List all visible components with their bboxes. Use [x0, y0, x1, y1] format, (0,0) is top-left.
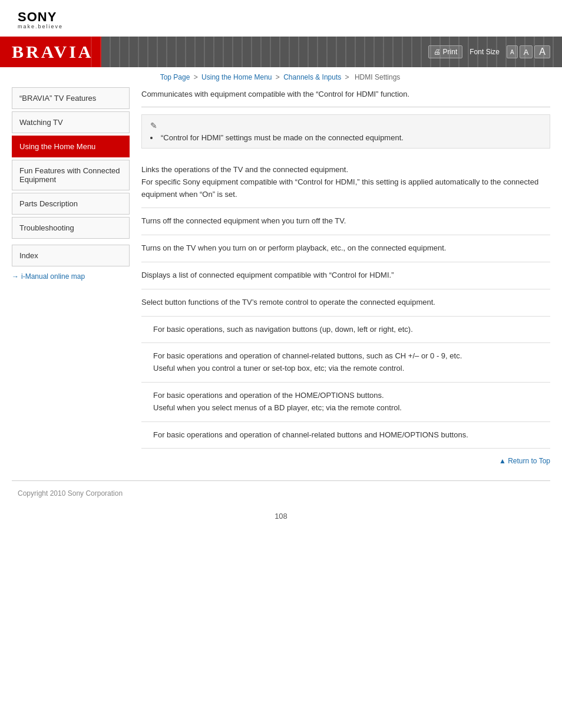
note-text: “Control for HDMI” settings must be made…: [150, 133, 541, 142]
content-row-tuner-mode: For basic operations and operation of ch…: [141, 343, 550, 383]
sony-logo: SONY: [18, 11, 544, 24]
sony-header: SONY make.believe: [0, 0, 562, 37]
sidebar-item-troubleshooting[interactable]: Troubleshooting: [12, 217, 130, 239]
font-size-label: Font Size: [470, 48, 500, 56]
sidebar-item-parts-description[interactable]: Parts Description: [12, 193, 130, 215]
breadcrumb-using-home-menu[interactable]: Using the Home Menu: [201, 73, 272, 81]
online-map-label: i-Manual online map: [21, 272, 85, 281]
content-row-device-control-link: Links the operations of the TV and the c…: [141, 157, 550, 208]
bravia-banner: BRAVIA 🖨 Print Font Size A A A: [0, 37, 562, 67]
content-row-remote-control: Select button functions of the TV’s remo…: [141, 289, 550, 317]
sony-tagline: make.believe: [18, 24, 544, 29]
breadcrumb: Top Page > Using the Home Menu > Channel…: [0, 67, 562, 87]
font-medium-button[interactable]: A: [520, 45, 533, 58]
print-button[interactable]: 🖨 Print: [428, 45, 463, 58]
return-to-top: ▲ Return to Top: [141, 449, 550, 469]
content-row-device-list: Displays a list of connected equipment c…: [141, 262, 550, 289]
font-size-buttons: A A A: [507, 45, 550, 58]
breadcrumb-channels-inputs[interactable]: Channels & Inputs: [283, 73, 341, 81]
main-layout: “BRAVIA” TV Features Watching TV Using t…: [0, 87, 562, 480]
page-number: 108: [0, 506, 562, 526]
content-row-auto-on: Turns on the TV when you turn on or perf…: [141, 235, 550, 262]
sidebar-online-map-link[interactable]: → i-Manual online map: [12, 272, 130, 281]
breadcrumb-current: HDMI Settings: [355, 73, 400, 81]
sidebar-item-using-home-menu[interactable]: Using the Home Menu: [12, 136, 130, 157]
arrow-icon: →: [12, 272, 19, 281]
main-content: Communicates with equipment compatible w…: [141, 87, 550, 469]
breadcrumb-sep1: >: [194, 73, 198, 81]
copyright-text: Copyright 2010 Sony Corporation: [18, 489, 123, 498]
sidebar-item-watching-tv[interactable]: Watching TV: [12, 111, 130, 133]
content-row-recorder-mode: For basic operations and operation of ch…: [141, 422, 550, 449]
print-label: Print: [443, 48, 458, 56]
font-large-button[interactable]: A: [534, 45, 550, 58]
note-box: ✎ “Control for HDMI” settings must be ma…: [141, 114, 550, 149]
banner-controls: 🖨 Print Font Size A A A: [428, 45, 550, 58]
sidebar-item-index[interactable]: Index: [12, 245, 130, 266]
return-top-arrow-icon: ▲: [499, 457, 506, 465]
note-icon: ✎: [150, 121, 541, 130]
footer: Copyright 2010 Sony Corporation: [0, 481, 562, 506]
bravia-title: BRAVIA: [12, 42, 93, 62]
font-small-button[interactable]: A: [507, 45, 518, 58]
content-intro: Communicates with equipment compatible w…: [141, 90, 550, 107]
breadcrumb-sep3: >: [345, 73, 349, 81]
breadcrumb-sep2: >: [276, 73, 280, 81]
breadcrumb-top-page[interactable]: Top Page: [160, 73, 190, 81]
content-row-bd-player-mode: For basic operations and operation of th…: [141, 383, 550, 422]
content-row-auto-off: Turns off the connected equipment when y…: [141, 208, 550, 235]
sidebar-item-fun-features[interactable]: Fun Features with Connected Equipment: [12, 160, 130, 190]
print-icon: 🖨: [434, 48, 441, 56]
sidebar-item-bravia-tv-features[interactable]: “BRAVIA” TV Features: [12, 87, 130, 109]
return-top-label: Return to Top: [508, 457, 550, 465]
sidebar: “BRAVIA” TV Features Watching TV Using t…: [12, 87, 130, 469]
content-row-simple-buttons: For basic operations, such as navigation…: [141, 317, 550, 344]
return-to-top-link[interactable]: ▲ Return to Top: [499, 457, 550, 465]
